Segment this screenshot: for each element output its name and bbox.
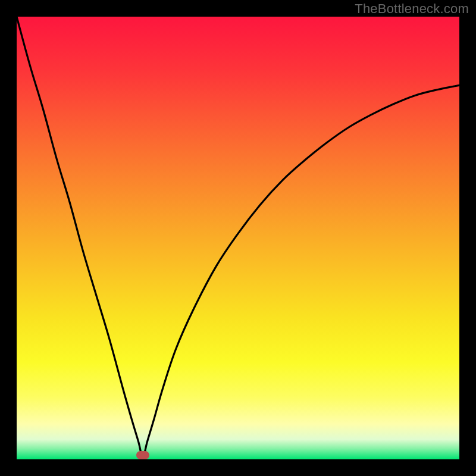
plot-area — [17, 17, 459, 459]
chart-frame: TheBottleneck.com — [0, 0, 476, 476]
optimal-marker — [136, 451, 149, 459]
gradient-background — [17, 17, 459, 459]
plot-svg — [17, 17, 459, 459]
watermark-text: TheBottleneck.com — [355, 1, 469, 17]
